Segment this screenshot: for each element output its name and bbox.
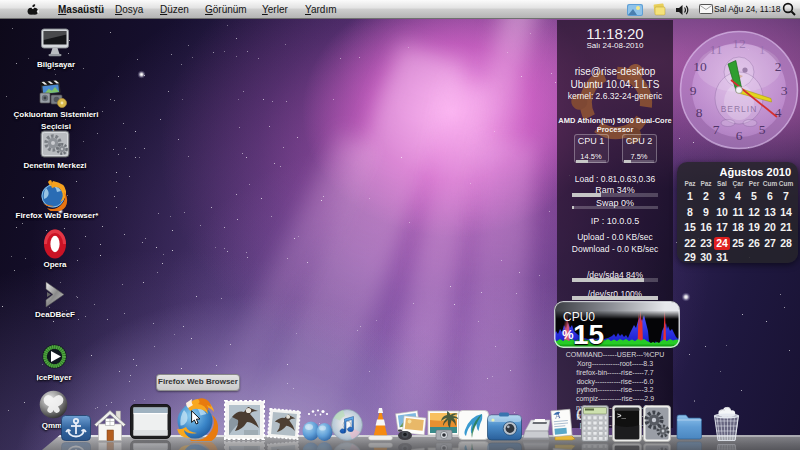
svg-text:4: 4 [775,105,782,120]
svg-text:9: 9 [690,83,697,98]
svg-text:2: 2 [775,59,782,74]
svg-text:BERLIN: BERLIN [721,104,758,114]
svg-text:10: 10 [693,59,707,74]
svg-text:6: 6 [736,128,743,143]
svg-text:8: 8 [696,105,703,120]
svg-text:11: 11 [710,42,723,57]
svg-text:1: 1 [759,42,766,57]
svg-text:7: 7 [713,122,720,137]
svg-text:A: A [554,411,561,420]
svg-text:5: 5 [759,122,766,137]
svg-text:>_: >_ [617,412,627,420]
svg-text:12: 12 [732,36,746,51]
svg-text:3: 3 [781,83,788,98]
